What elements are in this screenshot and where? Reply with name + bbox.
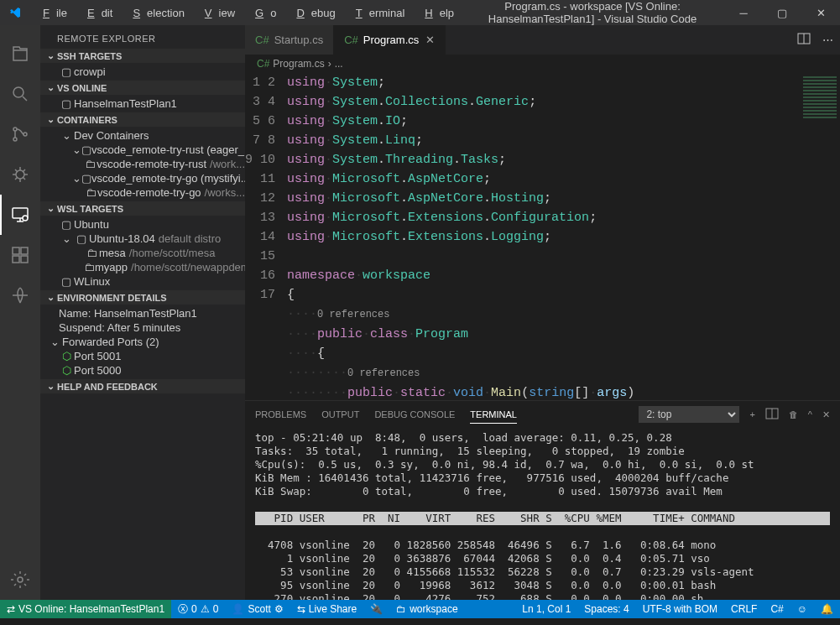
- status-bar: ⇄VS Online: HanselmanTestPlan1 ⓧ0⚠0 👤Sco…: [0, 600, 840, 618]
- tab-startup[interactable]: C#Startup.cs: [245, 25, 334, 55]
- env-name: Name: HanselmanTestPlan1: [40, 306, 245, 320]
- wsl-distro[interactable]: ▢Ubuntu: [40, 217, 245, 232]
- remote-explorer-icon[interactable]: [0, 195, 40, 235]
- new-terminal-icon[interactable]: +: [749, 409, 754, 419]
- minimap[interactable]: [798, 73, 840, 400]
- svg-point-2: [13, 138, 17, 141]
- close-icon[interactable]: ✕: [425, 34, 435, 46]
- menu-bar: FileEditSelectionViewGoDebugTerminalHelp: [29, 7, 461, 19]
- breadcrumb[interactable]: C#Program.cs›...: [245, 55, 840, 73]
- search-icon[interactable]: [0, 74, 40, 114]
- more-icon[interactable]: ⋯: [822, 34, 833, 46]
- panel-tab-problems[interactable]: PROBLEMS: [255, 406, 306, 423]
- menu-edit[interactable]: Edit: [74, 7, 119, 19]
- sidebar: REMOTE EXPLORER ⌄SSH TARGETS ▢crowpi ⌄VS…: [40, 25, 245, 600]
- port-item[interactable]: ⬡Port 5000: [40, 363, 245, 378]
- liveshare-icon[interactable]: [0, 275, 40, 315]
- window-title: Program.cs - workspace [VS Online: Hanse…: [461, 0, 724, 25]
- container-item[interactable]: ⌄▢vscode_remote-try-go (mystifyi...: [40, 171, 245, 185]
- wsl-distro[interactable]: ⌄▢Ubuntu-18.04default distro: [40, 232, 245, 246]
- status-language[interactable]: C#: [764, 603, 790, 615]
- status-position[interactable]: Ln 1, Col 1: [515, 603, 577, 615]
- container-folder[interactable]: 🗀vscode-remote-try-rust/work...: [40, 157, 245, 171]
- sidebar-title: REMOTE EXPLORER: [40, 25, 245, 49]
- maximize-panel-icon[interactable]: ^: [808, 409, 812, 419]
- tab-program[interactable]: C#Program.cs✕: [334, 25, 446, 55]
- remote-indicator[interactable]: ⇄VS Online: HanselmanTestPlan1: [0, 600, 171, 618]
- svg-point-0: [13, 87, 23, 97]
- ssh-target[interactable]: ▢crowpi: [40, 65, 245, 79]
- wsl-folder[interactable]: 🗀myapp/home/scott/newappdem...: [40, 260, 245, 274]
- section-ssh-targets[interactable]: ⌄SSH TARGETS: [40, 49, 245, 63]
- editor-area: C#Startup.cs C#Program.cs✕ ⋯ C#Program.c…: [245, 25, 840, 600]
- container-item[interactable]: ⌄▢vscode_remote-try-rust (eager_...: [40, 143, 245, 157]
- terminal-picker[interactable]: 2: top: [639, 406, 739, 423]
- debug-icon[interactable]: [0, 154, 40, 195]
- source-control-icon[interactable]: [0, 114, 40, 154]
- status-port[interactable]: 🔌: [363, 600, 389, 618]
- svg-point-3: [23, 133, 27, 136]
- menu-go[interactable]: Go: [242, 7, 283, 19]
- container-folder[interactable]: 🗀vscode-remote-try-go/works...: [40, 185, 245, 200]
- terminal-content[interactable]: top - 05:21:40 up 8:48, 0 users, load av…: [245, 428, 840, 600]
- menu-view[interactable]: View: [191, 7, 242, 19]
- svg-rect-10: [21, 247, 28, 254]
- wsl-distro[interactable]: ▢WLinux: [40, 274, 245, 289]
- wsl-folder[interactable]: 🗀mesa/home/scott/mesa: [40, 246, 245, 260]
- code-editor[interactable]: 1 2 3 4 5 6 7 8 9 10 11 12 13 14 15 16 1…: [245, 73, 840, 400]
- panel-tab-terminal[interactable]: TERMINAL: [470, 406, 517, 424]
- status-workspace[interactable]: 🗀workspace: [389, 600, 464, 618]
- editor-tabs: C#Startup.cs C#Program.cs✕ ⋯: [245, 25, 840, 55]
- code-content[interactable]: using·System; using·System.Collections.G…: [287, 73, 798, 400]
- explorer-icon[interactable]: [0, 34, 40, 74]
- status-errors[interactable]: ⓧ0⚠0: [171, 600, 225, 618]
- status-eol[interactable]: CRLF: [724, 603, 764, 615]
- panel-tabs: PROBLEMS OUTPUT DEBUG CONSOLE TERMINAL 2…: [245, 401, 840, 428]
- vsonline-env[interactable]: ▢HanselmanTestPlan1: [40, 96, 245, 111]
- extensions-icon[interactable]: [0, 235, 40, 275]
- close-button[interactable]: ✕: [801, 0, 840, 25]
- maximize-button[interactable]: ▢: [763, 0, 801, 25]
- status-bell-icon[interactable]: 🔔: [814, 603, 840, 615]
- svg-point-6: [23, 216, 28, 221]
- svg-rect-9: [21, 256, 28, 263]
- split-terminal-icon[interactable]: [765, 407, 779, 422]
- svg-point-11: [18, 577, 23, 582]
- menu-file[interactable]: File: [29, 7, 74, 19]
- status-liveshare[interactable]: ⇆Live Share: [290, 600, 363, 618]
- section-help-feedback[interactable]: ⌄HELP AND FEEDBACK: [40, 379, 245, 393]
- svg-rect-7: [13, 247, 19, 254]
- env-suspend: Suspend: After 5 minutes: [40, 320, 245, 335]
- containers-group[interactable]: ⌄Dev Containers: [40, 128, 245, 143]
- split-editor-icon[interactable]: [797, 32, 811, 48]
- svg-point-1: [13, 128, 17, 131]
- port-item[interactable]: ⬡Port 5001: [40, 349, 245, 363]
- line-gutter: 1 2 3 4 5 6 7 8 9 10 11 12 13 14 15 16 1…: [245, 73, 287, 400]
- panel: PROBLEMS OUTPUT DEBUG CONSOLE TERMINAL 2…: [245, 400, 840, 600]
- close-panel-icon[interactable]: ✕: [822, 409, 830, 420]
- forwarded-ports[interactable]: ⌄Forwarded Ports (2): [40, 335, 245, 349]
- svg-rect-8: [13, 256, 19, 263]
- status-spaces[interactable]: Spaces: 4: [577, 603, 635, 615]
- kill-terminal-icon[interactable]: 🗑: [789, 409, 798, 419]
- section-vs-online[interactable]: ⌄VS ONLINE: [40, 81, 245, 95]
- section-wsl-targets[interactable]: ⌄WSL TARGETS: [40, 201, 245, 216]
- menu-terminal[interactable]: Terminal: [342, 7, 412, 19]
- panel-tab-output[interactable]: OUTPUT: [321, 406, 359, 423]
- window-controls: ─ ▢ ✕: [724, 0, 840, 25]
- status-feedback-icon[interactable]: ☺: [790, 603, 814, 615]
- menu-help[interactable]: Help: [411, 7, 461, 19]
- status-user[interactable]: 👤Scott⚙: [225, 600, 290, 618]
- menu-debug[interactable]: Debug: [283, 7, 342, 19]
- minimize-button[interactable]: ─: [724, 0, 763, 25]
- section-containers[interactable]: ⌄CONTAINERS: [40, 112, 245, 127]
- vscode-logo: [0, 6, 29, 19]
- section-environment-details[interactable]: ⌄ENVIRONMENT DETAILS: [40, 290, 245, 305]
- settings-icon[interactable]: [0, 560, 40, 600]
- status-encoding[interactable]: UTF-8 with BOM: [636, 603, 724, 615]
- panel-tab-debug-console[interactable]: DEBUG CONSOLE: [374, 406, 455, 423]
- activity-bar: [0, 25, 40, 600]
- menu-selection[interactable]: Selection: [119, 7, 190, 19]
- title-bar: FileEditSelectionViewGoDebugTerminalHelp…: [0, 0, 840, 25]
